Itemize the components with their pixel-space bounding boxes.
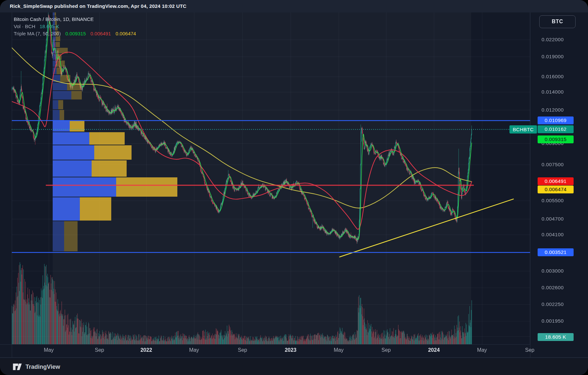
time-axis[interactable] bbox=[0, 344, 530, 357]
ma200-value: 0.006474 bbox=[116, 31, 136, 36]
time-axis-label: 2023 bbox=[279, 347, 302, 353]
price-axis-label: 0.002250 bbox=[542, 301, 564, 307]
symbol-price-label: BCHBTC bbox=[509, 125, 537, 134]
triple-ma-label[interactable]: Triple MA (7, 50, 200) bbox=[14, 31, 61, 36]
price-axis-label: 0.016000 bbox=[542, 74, 564, 80]
time-axis-label: 2024 bbox=[422, 347, 445, 353]
publish-banner: Rick_SimpleSwap published on TradingView… bbox=[0, 0, 588, 12]
tradingview-chart-card: Rick_SimpleSwap published on TradingView… bbox=[0, 0, 588, 375]
ma7-value: 0.009315 bbox=[65, 31, 86, 36]
price-chart-canvas[interactable] bbox=[0, 0, 588, 375]
price-axis-currency-button[interactable]: BTC bbox=[539, 15, 576, 28]
time-axis-label: May bbox=[471, 347, 493, 353]
time-axis-label: Sep bbox=[88, 347, 111, 353]
footer-bar: TradingView bbox=[0, 359, 588, 375]
price-axis-label: 0.004700 bbox=[542, 216, 564, 222]
resistance-price-badge: 0.010969 bbox=[538, 116, 574, 124]
last-price-badge: 0.010162 bbox=[538, 125, 574, 133]
time-axis-label: May bbox=[327, 347, 350, 353]
price-axis-label: 0.004100 bbox=[542, 232, 564, 238]
time-axis-label: 2022 bbox=[135, 347, 158, 353]
time-axis-label: May bbox=[37, 347, 60, 353]
tradingview-wordmark[interactable]: TradingView bbox=[26, 364, 60, 370]
tradingview-logo-icon[interactable] bbox=[12, 363, 22, 371]
chart-legend: Bitcoin Cash / Bitcoin, 1D, BINANCE Vol … bbox=[14, 16, 136, 37]
price-axis-label: 0.012000 bbox=[542, 107, 564, 113]
ma7-price-badge: 0.009315 bbox=[538, 135, 574, 143]
price-axis-label: 0.014000 bbox=[542, 89, 564, 95]
time-axis-label: Sep bbox=[375, 347, 398, 353]
price-axis-label: 0.007500 bbox=[542, 162, 564, 168]
volume-badge: 18.605 K bbox=[538, 333, 574, 341]
price-axis-label: 0.019000 bbox=[542, 54, 564, 60]
time-axis-label: May bbox=[183, 347, 205, 353]
symbol-title[interactable]: Bitcoin Cash / Bitcoin, 1D, BINANCE bbox=[14, 16, 94, 22]
ma200-price-badge: 0.006474 bbox=[538, 186, 574, 193]
price-axis-label: 0.001950 bbox=[542, 318, 564, 324]
volume-indicator-label[interactable]: Vol · BCH bbox=[14, 24, 35, 29]
price-axis-label: 0.022000 bbox=[542, 37, 564, 43]
ma50-value: 0.006491 bbox=[91, 31, 111, 36]
publish-text: Rick_SimpleSwap published on TradingView… bbox=[0, 0, 588, 12]
support-price-badge: 0.003521 bbox=[538, 248, 574, 256]
price-axis-label: 0.003000 bbox=[542, 268, 564, 274]
time-axis-label: Sep bbox=[518, 347, 541, 353]
ma50-price-badge: 0.006491 bbox=[538, 177, 574, 185]
price-axis-label: 0.005500 bbox=[542, 198, 564, 204]
price-axis-label: 0.002600 bbox=[542, 285, 564, 291]
volume-indicator-value: 18.605 K bbox=[40, 24, 59, 29]
time-axis-label: Sep bbox=[231, 347, 254, 353]
